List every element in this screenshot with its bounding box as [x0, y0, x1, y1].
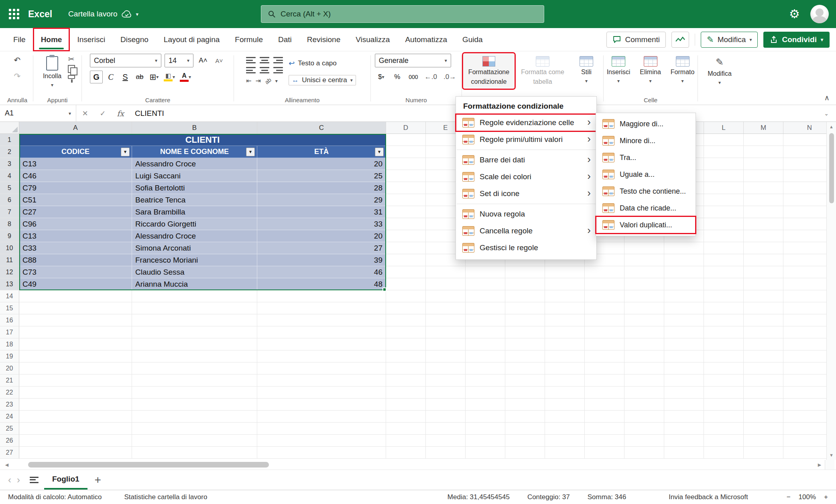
cell-A18[interactable]: [19, 338, 132, 350]
merge-center-button[interactable]: ↔ Unisci e centra ▾: [286, 74, 358, 87]
horizontal-scroll-thumb[interactable]: [28, 462, 269, 468]
cell-C27[interactable]: [257, 447, 386, 459]
column-header-D[interactable]: D: [386, 122, 426, 134]
cell-C11[interactable]: 39: [257, 254, 386, 266]
insert-cells-button[interactable]: Inserisci ▾: [604, 54, 634, 87]
cell-A12[interactable]: C73: [19, 266, 132, 278]
cell-C14[interactable]: [257, 290, 386, 302]
cell-I21[interactable]: [585, 374, 624, 387]
cell-D15[interactable]: [386, 302, 426, 314]
cell-F19[interactable]: [466, 350, 505, 362]
cell-F12[interactable]: [466, 266, 505, 278]
cell-K26[interactable]: [664, 435, 704, 447]
cell-G21[interactable]: [505, 374, 545, 387]
menu-item-5[interactable]: Nuova regola: [456, 206, 596, 223]
row-header-23[interactable]: 23: [0, 399, 19, 411]
cell-A6[interactable]: C51: [19, 194, 132, 206]
cell-E22[interactable]: [426, 387, 466, 399]
count-stat[interactable]: Conteggio: 37: [527, 493, 570, 501]
cell-D26[interactable]: [386, 435, 426, 447]
cell-C17[interactable]: [257, 326, 386, 338]
column-header-C[interactable]: C: [257, 122, 386, 134]
avatar[interactable]: [810, 5, 829, 23]
cell-L6[interactable]: [704, 194, 744, 206]
cell-I18[interactable]: [585, 338, 624, 350]
italic-button[interactable]: C: [104, 71, 117, 83]
cell-D19[interactable]: [386, 350, 426, 362]
row-header-18[interactable]: 18: [0, 338, 19, 350]
search-box[interactable]: Cerca (Alt + X): [261, 5, 544, 23]
cell-E24[interactable]: [426, 411, 466, 423]
cell-G19[interactable]: [505, 350, 545, 362]
cell-L8[interactable]: [704, 218, 744, 230]
submenu-item-4[interactable]: Testo che contiene...: [596, 183, 696, 200]
row-header-19[interactable]: 19: [0, 350, 19, 362]
horizontal-scroll-track[interactable]: [12, 461, 814, 468]
cell-B19[interactable]: [132, 350, 257, 362]
cell-D3[interactable]: [386, 158, 426, 170]
cell-I16[interactable]: [585, 314, 624, 326]
row-header-12[interactable]: 12: [0, 266, 19, 278]
increase-font-icon[interactable]: A˄: [197, 54, 210, 67]
cell-C22[interactable]: [257, 387, 386, 399]
cell-L20[interactable]: [704, 362, 744, 374]
cell-A22[interactable]: [19, 387, 132, 399]
cell-D7[interactable]: [386, 206, 426, 218]
cell-H23[interactable]: [545, 399, 585, 411]
cell-D16[interactable]: [386, 314, 426, 326]
cell-M26[interactable]: [744, 435, 783, 447]
cell-B6[interactable]: Beatrice Tenca: [132, 194, 257, 206]
cell-I26[interactable]: [585, 435, 624, 447]
cell-B12[interactable]: Claudio Sessa: [132, 266, 257, 278]
cell-I17[interactable]: [585, 326, 624, 338]
cell-C7[interactable]: 31: [257, 206, 386, 218]
average-stat[interactable]: Media: 31,45454545: [447, 493, 510, 501]
cell-J12[interactable]: [624, 266, 664, 278]
zoom-out-icon[interactable]: −: [787, 493, 791, 501]
workbook-name[interactable]: Cartella lavoro ▾: [68, 10, 138, 18]
all-sheets-button[interactable]: [24, 470, 44, 490]
cell-J25[interactable]: [624, 423, 664, 435]
cell-D11[interactable]: [386, 254, 426, 266]
cell-B26[interactable]: [132, 435, 257, 447]
column-header-L[interactable]: L: [704, 122, 744, 134]
cell-L25[interactable]: [704, 423, 744, 435]
cell-C6[interactable]: 29: [257, 194, 386, 206]
cell-D25[interactable]: [386, 423, 426, 435]
tab-visualizza[interactable]: Visualizza: [348, 28, 397, 51]
submenu-item-3[interactable]: Uguale a...: [596, 166, 696, 183]
cell-L14[interactable]: [704, 290, 744, 302]
cell-J19[interactable]: [624, 350, 664, 362]
cell-K22[interactable]: [664, 387, 704, 399]
row-header-6[interactable]: 6: [0, 194, 19, 206]
cell-C18[interactable]: [257, 338, 386, 350]
align-center-icon[interactable]: [260, 67, 269, 73]
cell-D1[interactable]: [386, 134, 426, 146]
cell-E27[interactable]: [426, 447, 466, 459]
cell-I22[interactable]: [585, 387, 624, 399]
cell-J22[interactable]: [624, 387, 664, 399]
cell-F22[interactable]: [466, 387, 505, 399]
cut-icon[interactable]: ✂: [68, 55, 75, 63]
cell-I14[interactable]: [585, 290, 624, 302]
row-header-9[interactable]: 9: [0, 230, 19, 242]
cell-J20[interactable]: [624, 362, 664, 374]
cell-M24[interactable]: [744, 411, 783, 423]
cell-K14[interactable]: [664, 290, 704, 302]
cell-L17[interactable]: [704, 326, 744, 338]
cell-L18[interactable]: [704, 338, 744, 350]
cell-I13[interactable]: [585, 278, 624, 290]
cell-C10[interactable]: 27: [257, 242, 386, 254]
cell-J26[interactable]: [624, 435, 664, 447]
cell-M15[interactable]: [744, 302, 783, 314]
cell-L24[interactable]: [704, 411, 744, 423]
cell-E20[interactable]: [426, 362, 466, 374]
cell-G20[interactable]: [505, 362, 545, 374]
align-right-icon[interactable]: [273, 67, 283, 73]
cell-D24[interactable]: [386, 411, 426, 423]
cell-L27[interactable]: [704, 447, 744, 459]
cell-A9[interactable]: C13: [19, 230, 132, 242]
cell-K20[interactable]: [664, 362, 704, 374]
cell-B23[interactable]: [132, 399, 257, 411]
column-header-A[interactable]: A: [19, 122, 132, 134]
